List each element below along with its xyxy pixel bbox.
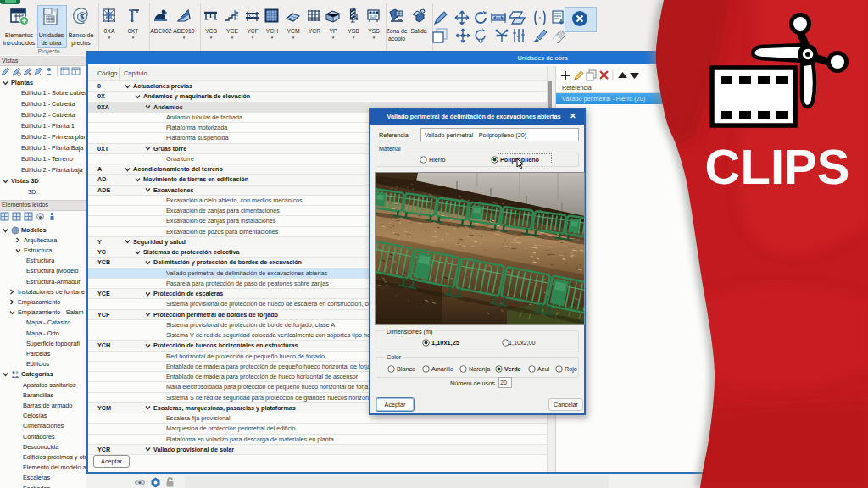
svg-text:CLIPS: CLIPS: [705, 139, 850, 194]
